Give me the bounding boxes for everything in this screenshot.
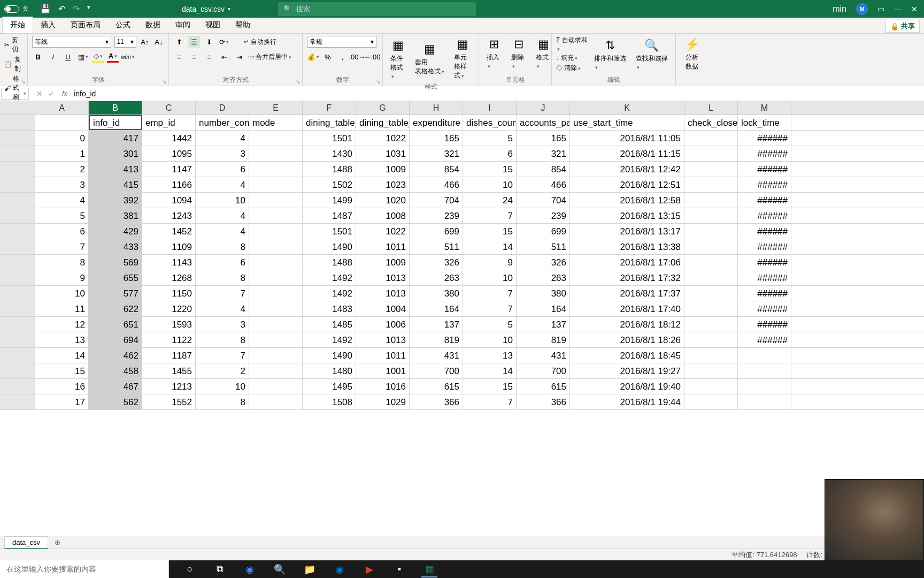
cell[interactable]: 7 [463, 394, 517, 409]
cell[interactable] [684, 162, 738, 177]
cell[interactable]: 1008 [356, 208, 410, 223]
cell[interactable]: 11 [35, 301, 89, 316]
row-header[interactable] [0, 332, 35, 347]
cell[interactable]: 7 [463, 208, 517, 223]
cell[interactable] [249, 332, 303, 347]
cell[interactable]: 2016/8/1 13:15 [570, 208, 684, 223]
cell[interactable]: 10 [35, 286, 89, 301]
bold-button[interactable]: B [32, 51, 44, 63]
cortana-icon[interactable]: ○ [182, 561, 198, 577]
cell[interactable]: ###### [738, 332, 791, 347]
cell[interactable]: ###### [738, 255, 791, 270]
select-all-corner[interactable] [0, 101, 35, 115]
cell[interactable]: 1243 [142, 208, 196, 223]
cell[interactable] [249, 286, 303, 301]
cell[interactable]: 458 [89, 363, 142, 378]
cell[interactable]: 16 [35, 379, 89, 394]
align-left-icon[interactable]: ≡ [173, 51, 185, 63]
cell[interactable]: ###### [738, 208, 791, 223]
fx-icon[interactable]: fx [62, 89, 72, 97]
col-header-D[interactable]: D [196, 101, 249, 115]
cell[interactable]: 4 [196, 301, 249, 316]
cell[interactable]: 15 [463, 379, 517, 394]
row-header[interactable] [0, 208, 35, 223]
row-header[interactable] [0, 115, 35, 130]
cell[interactable]: 819 [517, 332, 570, 347]
decrease-font-icon[interactable]: A↓ [153, 36, 164, 48]
cell[interactable]: 577 [89, 286, 142, 301]
cell[interactable]: 1023 [356, 177, 410, 192]
cell[interactable]: ###### [738, 286, 791, 301]
cell[interactable] [249, 363, 303, 378]
cell[interactable]: 2016/8/1 18:45 [570, 348, 684, 363]
row-header[interactable] [0, 301, 35, 316]
cell[interactable]: 8 [35, 255, 89, 270]
cell[interactable]: 1166 [142, 177, 196, 192]
cell[interactable]: 1483 [303, 301, 356, 316]
cell[interactable]: 700 [410, 363, 463, 378]
cell[interactable]: 1001 [356, 363, 410, 378]
cell[interactable]: 10 [196, 193, 249, 208]
cell[interactable] [684, 317, 738, 332]
cell[interactable]: 1013 [356, 270, 410, 285]
cell[interactable]: 1031 [356, 146, 410, 161]
cell[interactable] [684, 255, 738, 270]
cell[interactable]: 2016/8/1 13:17 [570, 224, 684, 239]
cell[interactable] [738, 394, 791, 409]
cell[interactable]: 466 [517, 177, 570, 192]
cell[interactable]: 429 [89, 224, 142, 239]
search-box[interactable]: 🔍 搜索 [278, 2, 476, 16]
cell[interactable] [249, 193, 303, 208]
cell[interactable]: 326 [410, 255, 463, 270]
row-header[interactable] [0, 379, 35, 394]
taskbar-search[interactable]: 在这里输入你要搜索的内容 [0, 560, 169, 578]
row-header[interactable] [0, 131, 35, 146]
cell[interactable] [684, 286, 738, 301]
cell[interactable] [35, 115, 89, 130]
cell[interactable] [249, 270, 303, 285]
cell[interactable]: 15 [463, 162, 517, 177]
format-cells-button[interactable]: ▦格式 [533, 36, 554, 71]
cell[interactable]: 1492 [303, 270, 356, 285]
cell[interactable]: 1495 [303, 379, 356, 394]
cell[interactable]: 2 [196, 363, 249, 378]
cell[interactable] [249, 348, 303, 363]
col-header-I[interactable]: I [463, 101, 517, 115]
cell[interactable]: 7 [463, 286, 517, 301]
explorer-icon[interactable]: 📁 [302, 561, 318, 577]
col-header-A-real[interactable]: A [35, 101, 89, 115]
cell[interactable]: 5 [463, 317, 517, 332]
cell[interactable]: 1011 [356, 239, 410, 254]
align-right-icon[interactable]: ≡ [203, 51, 215, 63]
cell[interactable]: 1094 [142, 193, 196, 208]
align-middle-icon[interactable]: ☰ [188, 36, 200, 48]
cell[interactable]: 615 [410, 379, 463, 394]
tab-review[interactable]: 审阅 [168, 17, 198, 33]
cell[interactable]: 1004 [356, 301, 410, 316]
cell[interactable]: 15 [35, 363, 89, 378]
excel-icon[interactable]: ▦ [421, 561, 437, 577]
cell[interactable]: 704 [517, 193, 570, 208]
cell[interactable] [738, 379, 791, 394]
cell[interactable]: 569 [89, 255, 142, 270]
cell[interactable]: 2016/8/1 17:37 [570, 286, 684, 301]
delete-cells-button[interactable]: ⊟删除 [508, 36, 529, 71]
cell[interactable]: 1490 [303, 239, 356, 254]
font-name-combo[interactable]: 等线▾ [32, 36, 111, 48]
cell[interactable]: 1492 [303, 286, 356, 301]
cell[interactable]: 511 [410, 239, 463, 254]
row-header[interactable] [0, 146, 35, 161]
indent-decrease-icon[interactable]: ⇤ [218, 51, 230, 63]
cell[interactable] [684, 394, 738, 409]
cell[interactable]: 1150 [142, 286, 196, 301]
col-header-C[interactable]: C [142, 101, 196, 115]
cell[interactable]: accounts_payable [517, 115, 570, 130]
cell[interactable]: 8 [196, 270, 249, 285]
cell[interactable]: 239 [410, 208, 463, 223]
cancel-formula-icon[interactable]: ✕ [36, 89, 43, 98]
qat-more-icon[interactable]: ▾ [87, 4, 90, 14]
cell[interactable]: 8 [196, 332, 249, 347]
cell[interactable]: 415 [89, 177, 142, 192]
cell[interactable]: 854 [410, 162, 463, 177]
row-header[interactable] [0, 224, 35, 239]
